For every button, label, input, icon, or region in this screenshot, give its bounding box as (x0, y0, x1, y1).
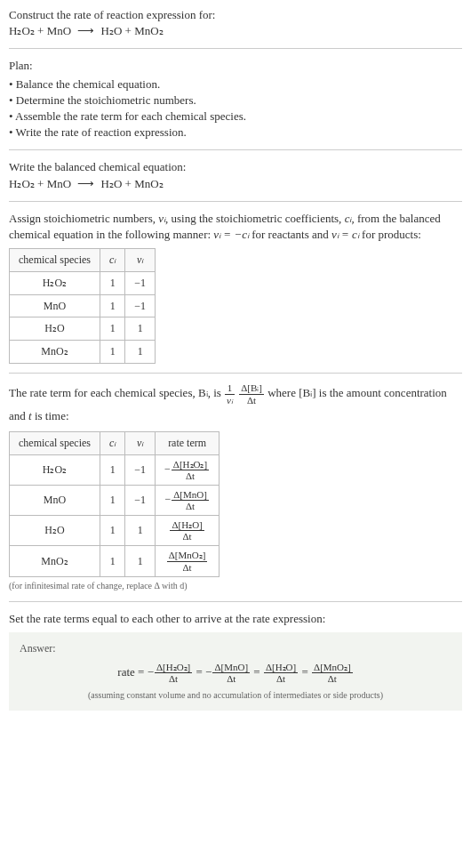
table-row: H₂O 1 1 (10, 317, 156, 341)
cell-rate-term: Δ[MnO₂]Δt (156, 546, 220, 576)
cell-ci: 1 (100, 341, 124, 364)
bi: Bᵢ (198, 386, 208, 399)
table-row: MnO 1 −1 (10, 294, 156, 317)
plan-item: • Write the rate of reaction expression. (9, 125, 462, 141)
species-h2o2: H₂O₂ (9, 24, 35, 37)
fraction: Δ[H₂O]Δt (264, 662, 298, 684)
col-species: chemical species (10, 249, 100, 272)
plan-item: • Assemble the rate term for each chemic… (9, 108, 462, 125)
numerator: Δ[Bᵢ] (239, 382, 264, 394)
divider (9, 48, 462, 49)
table-row: MnO₂ 1 1 (10, 341, 156, 364)
equals: = (301, 664, 311, 678)
col-ci: cᵢ (100, 249, 124, 272)
denominator: Δt (239, 395, 264, 406)
answer-label: Answer: (20, 641, 451, 656)
rate-term-section: The rate term for each chemical species,… (9, 382, 462, 592)
equals: = (196, 664, 206, 678)
col-ci: cᵢ (100, 432, 124, 455)
table-row: H₂O₂ 1 −1 (10, 271, 156, 294)
table-row: H₂O 1 1 Δ[H₂O]Δt (10, 516, 220, 546)
plan-section: Plan: • Balance the chemical equation. •… (9, 58, 462, 141)
cell-species: MnO (10, 486, 100, 516)
rate-term-text: The rate term for each chemical species,… (9, 382, 462, 426)
fraction-one-over-nu: 1 νᵢ (225, 382, 235, 405)
species-mno2: MnO₂ (134, 177, 163, 190)
conc-bi: [Bᵢ] (299, 386, 315, 399)
cell-species: H₂O₂ (10, 271, 100, 294)
stoich-text: , using the stoichiometric coefficients, (165, 212, 345, 225)
col-species: chemical species (10, 432, 100, 455)
fraction: Δ[H₂O₂]Δt (155, 662, 192, 684)
divider (9, 373, 462, 374)
fraction: Δ[MnO]Δt (212, 662, 250, 684)
plan-item: • Balance the chemical equation. (9, 76, 462, 92)
species-mno: MnO (47, 24, 71, 37)
denominator: νᵢ (225, 395, 235, 406)
species-h2o: H₂O (101, 24, 123, 37)
cell-nui: 1 (125, 516, 156, 546)
cell-ci: 1 (100, 294, 124, 317)
final-section: Set the rate terms equal to each other t… (9, 611, 462, 711)
plus: + (122, 24, 134, 37)
cell-ci: 1 (100, 546, 124, 576)
cell-species: MnO₂ (10, 546, 100, 576)
fraction: Δ[MnO]Δt (172, 489, 209, 511)
plus: + (35, 177, 47, 190)
species-h2o2: H₂O₂ (9, 177, 35, 190)
stoich-table: chemical species cᵢ νᵢ H₂O₂ 1 −1 MnO 1 −… (9, 248, 156, 364)
species-h2o: H₂O (101, 177, 123, 190)
fraction: Δ[H₂O₂]Δt (172, 459, 209, 481)
cell-ci: 1 (100, 516, 124, 546)
plan-item: • Determine the stoichiometric numbers. (9, 92, 462, 108)
reaction-arrow: ⟶ (77, 23, 94, 39)
divider (9, 149, 462, 150)
cell-rate-term: −Δ[MnO]Δt (156, 486, 220, 516)
balanced-title: Write the balanced chemical equation: (9, 159, 462, 175)
prompt-equation: H₂O₂ + MnO ⟶ H₂O + MnO₂ (9, 23, 462, 39)
cell-nui: 1 (125, 317, 156, 341)
cell-species: H₂O (10, 317, 100, 341)
balanced-section: Write the balanced chemical equation: H₂… (9, 159, 462, 191)
answer-note: (assuming constant volume and no accumul… (20, 689, 451, 702)
rate-term-table: chemical species cᵢ νᵢ rate term H₂O₂ 1 … (9, 431, 220, 577)
plus: + (35, 24, 47, 37)
stoich-text: Assign stoichiometric numbers, (9, 212, 158, 225)
fraction-delta-b: Δ[Bᵢ] Δt (239, 382, 264, 405)
rate-label: rate = (117, 664, 147, 678)
species-mno2: MnO₂ (134, 24, 163, 37)
balanced-equation: H₂O₂ + MnO ⟶ H₂O + MnO₂ (9, 176, 462, 192)
stoich-text: for reactants and (249, 228, 331, 241)
table-note: (for infinitesimal rate of change, repla… (9, 580, 462, 592)
plan-list: • Balance the chemical equation. • Deter… (9, 76, 462, 141)
table-header-row: chemical species cᵢ νᵢ rate term (10, 432, 220, 455)
table-header-row: chemical species cᵢ νᵢ (10, 249, 156, 272)
numerator: 1 (225, 382, 235, 394)
cell-nui: −1 (125, 454, 156, 485)
equals: = (253, 664, 263, 678)
species-mno: MnO (47, 177, 71, 190)
prompt-section: Construct the rate of reaction expressio… (9, 7, 462, 39)
cell-ci: 1 (100, 317, 124, 341)
plus: + (122, 177, 134, 190)
text: is time: (32, 409, 69, 422)
relation: νᵢ = −cᵢ (213, 228, 249, 241)
cell-species: H₂O (10, 516, 100, 546)
cell-nui: 1 (125, 546, 156, 576)
cell-nui: −1 (125, 271, 156, 294)
text: where (267, 386, 299, 399)
cell-rate-term: Δ[H₂O]Δt (156, 516, 220, 546)
reaction-arrow: ⟶ (77, 176, 94, 192)
relation: νᵢ = cᵢ (331, 228, 359, 241)
cell-ci: 1 (100, 271, 124, 294)
plan-title: Plan: (9, 58, 462, 74)
cell-rate-term: −Δ[H₂O₂]Δt (156, 454, 220, 485)
neg-sign: − (205, 664, 212, 678)
col-rate-term: rate term (156, 432, 220, 455)
col-nui: νᵢ (125, 432, 156, 455)
answer-box: Answer: rate = −Δ[H₂O₂]Δt = −Δ[MnO]Δt = … (9, 632, 462, 711)
answer-rate-expression: rate = −Δ[H₂O₂]Δt = −Δ[MnO]Δt = Δ[H₂O]Δt… (20, 662, 451, 684)
cell-species: MnO (10, 294, 100, 317)
neg-sign: − (164, 493, 171, 505)
cell-nui: −1 (125, 486, 156, 516)
